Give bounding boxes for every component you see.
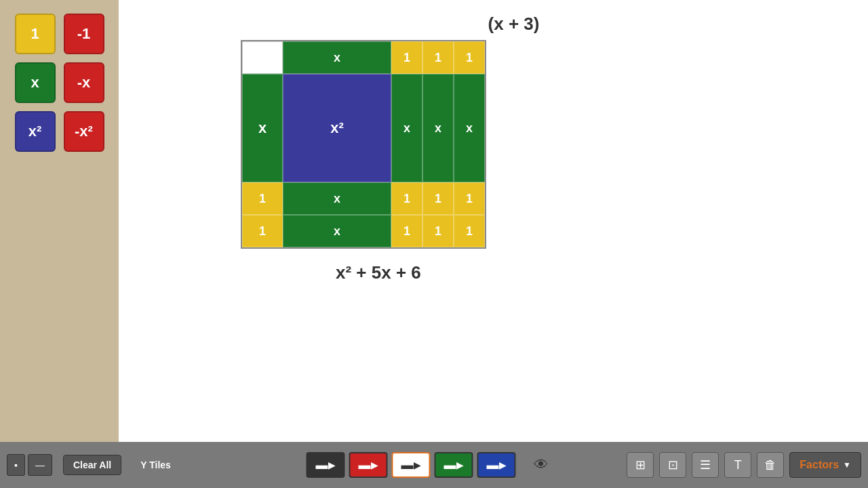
grid-row-1a: 1 x 1 1 1	[242, 182, 485, 215]
tile-label: -x	[77, 74, 91, 92]
tile-label: x	[31, 74, 39, 92]
grid-row-1b: 1 x 1 1 1	[242, 215, 485, 247]
grid-container: x 1 1 1 x x² x x x 1 x 1	[186, 40, 486, 283]
factors-label: Factors	[800, 459, 839, 471]
tile-label: -x²	[75, 123, 93, 140]
canvas-area: (x + 3) (x + 2) x 1 1 1	[119, 0, 868, 442]
tile-label: x²	[28, 123, 42, 140]
row-header-x: x	[242, 74, 283, 182]
header-1b: 1	[422, 41, 454, 74]
cell-x-3: x	[454, 74, 485, 182]
toggle-line-btn[interactable]: —	[28, 454, 52, 476]
tile-x-negative[interactable]: -x	[64, 62, 104, 103]
tile-row-3: x² -x²	[15, 111, 104, 152]
tile-x2-negative[interactable]: -x²	[64, 111, 104, 152]
tile-label: -1	[77, 25, 91, 43]
main-area: 1 -1 x -x x² -x² (x + 3)	[0, 0, 868, 442]
cell-1-1b: 1	[391, 215, 422, 247]
factors-button[interactable]: Factors ▼	[789, 452, 861, 478]
header-x: x	[283, 41, 391, 74]
pen-green-btn[interactable]: ▬ ▶	[435, 452, 473, 478]
grid-icon-btn[interactable]: ⊞	[627, 452, 654, 478]
cell-x2: x²	[283, 74, 391, 182]
text-icon-btn[interactable]: T	[724, 452, 751, 478]
cell-1-1a: 1	[391, 182, 422, 215]
factor-top-label: (x + 3)	[132, 14, 854, 35]
pen-red-btn[interactable]: ▬ ▶	[349, 452, 388, 478]
grid-row-x: x x² x x x	[242, 74, 485, 182]
eye-icon[interactable]: 👁	[534, 456, 549, 474]
delete-icon-btn[interactable]: 🗑	[757, 452, 784, 478]
factors-arrow-icon: ▼	[843, 460, 851, 470]
pen-white-btn[interactable]: ▬ ▶	[392, 452, 431, 478]
toggle-square-btn[interactable]: ▪	[7, 454, 25, 476]
cell-x-1: x	[391, 74, 422, 182]
pen-black-btn[interactable]: ▬ ▶	[307, 452, 345, 478]
pen-blue-btn[interactable]: ▬ ▶	[477, 452, 516, 478]
tile-1-positive[interactable]: 1	[15, 14, 56, 54]
toolbar-right: ⊞ ⊡ ☰ T 🗑 Factors ▼	[627, 452, 861, 478]
header-1a: 1	[391, 41, 422, 74]
menu-icon-btn[interactable]: ☰	[692, 452, 719, 478]
tile-row-2: x -x	[15, 62, 104, 103]
cell-1-2a: 1	[422, 182, 454, 215]
tile-x2-positive[interactable]: x²	[15, 111, 56, 152]
tile-row-1: 1 -1	[15, 14, 104, 54]
cell-x-1a: x	[283, 182, 391, 215]
tile-1-negative[interactable]: -1	[64, 14, 104, 54]
cell-1-3b: 1	[454, 215, 485, 247]
grid-header-row: x 1 1 1	[242, 41, 485, 74]
cell-x-1b: x	[283, 215, 391, 247]
cell-x-2: x	[422, 74, 454, 182]
tile-label: 1	[31, 25, 39, 43]
pen-toolbar: ▬ ▶ ▬ ▶ ▬ ▶ ▬ ▶ ▬ ▶ 👁	[307, 452, 562, 478]
row-header-1b: 1	[242, 215, 283, 247]
result-expression: x² + 5x + 6	[336, 262, 486, 283]
bottom-toolbar: ▪ — Clear All Y Tiles ▬ ▶ ▬ ▶ ▬ ▶ ▬ ▶ ▬ …	[0, 442, 868, 488]
cell-1-2b: 1	[422, 215, 454, 247]
toggle-buttons: ▪ —	[7, 454, 52, 476]
calculator-icon-btn[interactable]: ⊡	[659, 452, 686, 478]
algebra-grid: x 1 1 1 x x² x x x 1 x 1	[241, 40, 486, 249]
header-1c: 1	[454, 41, 485, 74]
corner-cell	[242, 41, 283, 74]
tile-x-positive[interactable]: x	[15, 62, 56, 103]
sidebar: 1 -1 x -x x² -x²	[0, 0, 119, 442]
cell-1-3a: 1	[454, 182, 485, 215]
clear-all-button[interactable]: Clear All	[63, 455, 121, 475]
row-header-1a: 1	[242, 182, 283, 215]
y-tiles-label: Y Tiles	[140, 460, 171, 470]
